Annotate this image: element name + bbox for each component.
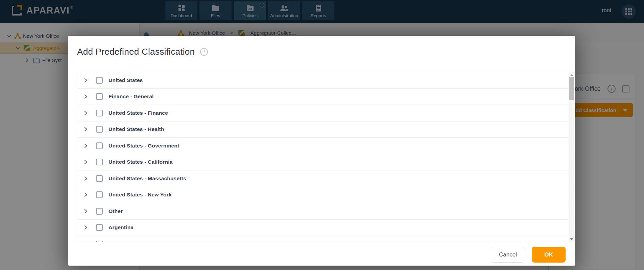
classification-row[interactable]: United States - Government (78, 138, 569, 154)
classification-row[interactable]: Australia (78, 236, 569, 242)
add-predefined-classification-dialog: Add Predefined Classification i United S… (68, 36, 575, 266)
classification-label: Other (109, 208, 123, 214)
classification-row[interactable]: United States - New York (78, 187, 569, 204)
cancel-button[interactable]: Cancel (491, 247, 525, 263)
chevron-right-icon[interactable] (84, 160, 89, 164)
classification-label: Australia (109, 241, 132, 242)
row-checkbox[interactable] (96, 77, 103, 84)
classification-label: United States - Massachusetts (109, 176, 186, 182)
chevron-right-icon[interactable] (84, 127, 89, 132)
chevron-right-icon[interactable] (84, 78, 89, 83)
chevron-right-icon[interactable] (84, 143, 89, 148)
row-checkbox[interactable] (96, 142, 103, 149)
info-icon[interactable]: i (200, 48, 208, 56)
scrollbar-thumb[interactable] (569, 77, 574, 100)
row-checkbox[interactable] (96, 126, 103, 133)
classification-label: United States - New York (109, 192, 172, 198)
scroll-down-arrow-icon[interactable] (569, 237, 574, 242)
chevron-right-icon[interactable] (84, 176, 89, 181)
classification-row[interactable]: United States (78, 72, 569, 89)
row-checkbox[interactable] (96, 110, 103, 116)
row-checkbox[interactable] (96, 191, 103, 198)
list-scrollbar[interactable] (569, 72, 574, 242)
classification-label: Argentina (109, 224, 134, 231)
classification-label: United States - Health (109, 126, 164, 132)
classification-row[interactable]: United States - Health (78, 122, 569, 138)
ok-button[interactable]: OK (532, 247, 566, 263)
classification-label: United States (109, 77, 143, 83)
classification-list-viewport: United States Finance - General United S… (78, 72, 569, 242)
classification-row[interactable]: Other (78, 203, 569, 220)
row-checkbox[interactable] (96, 241, 103, 242)
row-checkbox[interactable] (96, 175, 103, 182)
chevron-right-icon[interactable] (84, 242, 89, 242)
classification-row[interactable]: United States - Massachusetts (78, 170, 569, 187)
classification-list: United States Finance - General United S… (78, 72, 575, 242)
classification-row[interactable]: Finance - General (78, 89, 569, 105)
classification-row[interactable]: United States - California (78, 154, 569, 171)
classification-label: United States - Government (109, 143, 179, 149)
classification-label: United States - Finance (109, 110, 168, 116)
row-checkbox[interactable] (96, 208, 103, 215)
chevron-right-icon[interactable] (84, 111, 89, 115)
dialog-title: Add Predefined Classification (77, 47, 195, 57)
classification-label: Finance - General (109, 93, 153, 100)
row-checkbox[interactable] (96, 224, 103, 231)
chevron-right-icon[interactable] (84, 209, 89, 214)
classification-row[interactable]: United States - Finance (78, 105, 569, 122)
chevron-right-icon[interactable] (84, 225, 89, 230)
classification-row[interactable]: Argentina (78, 220, 569, 236)
app-root: APARAVI ® Dashboard Files i (0, 0, 644, 270)
row-checkbox[interactable] (96, 93, 103, 100)
chevron-right-icon[interactable] (84, 192, 89, 197)
row-checkbox[interactable] (96, 159, 103, 165)
chevron-right-icon[interactable] (84, 94, 89, 99)
classification-label: United States - California (109, 159, 173, 165)
